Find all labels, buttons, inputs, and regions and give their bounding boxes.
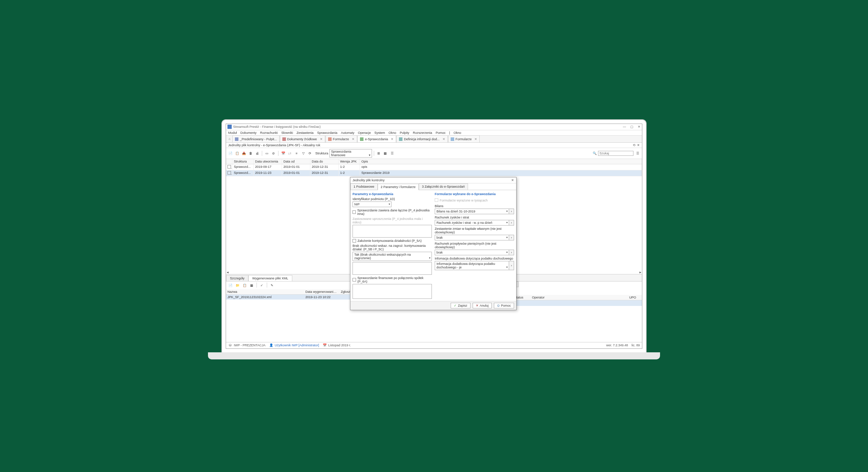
picker-button[interactable]: ›	[509, 250, 514, 255]
tab-formularze2[interactable]: Formularze✕	[448, 135, 480, 142]
dialog-tab-zalaczniki[interactable]: 3 Załączniki do e-Sprawozdań	[419, 183, 468, 190]
filter-icon[interactable]: ▽	[300, 150, 306, 156]
col-nazwa[interactable]: Nazwa	[226, 289, 304, 294]
grid-icon[interactable]: ▦	[383, 150, 388, 156]
dialog-close-icon[interactable]: ✕	[511, 178, 514, 182]
detail-tab-xml[interactable]: Wygenerowane pliki XML	[248, 275, 292, 281]
add-icon[interactable]: 📄	[227, 283, 233, 288]
checkbox-kontynuacja[interactable]	[353, 239, 356, 243]
checkbox-polaczenie[interactable]	[353, 278, 356, 282]
menu-operacje[interactable]: Operacje	[358, 131, 371, 135]
menu-modul[interactable]: Moduł	[228, 131, 237, 135]
sort-desc-icon[interactable]: ≡	[294, 150, 299, 156]
new-icon[interactable]: 📄	[227, 150, 233, 156]
menu-sprawozdania[interactable]: Sprawozdania	[317, 131, 337, 135]
dialog-tab-parametry[interactable]: 2 Parametry i formularze	[378, 184, 419, 190]
col-upo[interactable]: UPO	[628, 295, 642, 300]
combo-rzis[interactable]: Rachunek zysków i strat - w. p na dzień	[435, 220, 509, 226]
sign-icon[interactable]: ✎	[269, 283, 275, 288]
menu-zestawienia[interactable]: Zestawienia	[297, 131, 314, 135]
col-operator[interactable]: Operator	[530, 295, 628, 300]
refresh-icon[interactable]: ⟳	[307, 150, 313, 156]
folder-icon[interactable]: 📁	[235, 283, 240, 288]
combo-bilans[interactable]: Bilans na dzień 31-10-2019	[435, 209, 509, 214]
combo-info[interactable]: Informacja dodatkowa dotycząca podatku d…	[435, 261, 509, 270]
scroll-right-icon[interactable]: ▸	[639, 270, 641, 274]
menu-pomoc[interactable]: Pomoc	[436, 131, 446, 135]
picker-button[interactable]: ›	[509, 220, 514, 226]
menu-slowniki[interactable]: Słowniki	[281, 131, 293, 135]
sort-asc-icon[interactable]: ↓↑	[287, 150, 293, 156]
check-icon[interactable]: ⊘	[271, 150, 276, 156]
user-name[interactable]: Użytkownik IWP [Administrator]	[275, 343, 319, 347]
search-input[interactable]	[598, 151, 633, 156]
menu-rozrachunki[interactable]: Rozrachunki	[260, 131, 278, 135]
menu-icon[interactable]: ☰	[635, 150, 641, 156]
col-wersja[interactable]: Wersja JPK	[339, 159, 360, 164]
checkbox-tysiace[interactable]	[435, 198, 438, 202]
checkbox-dane-laczne[interactable]	[353, 210, 356, 214]
combo-brak-okolicznosci[interactable]: Tak (Brak okoliczności wskazujących na z…	[353, 252, 432, 261]
detail-tab-szczegoly[interactable]: Szczegóły	[226, 275, 248, 281]
picker-button[interactable]: ›	[509, 261, 514, 270]
col-opis[interactable]: Opis	[360, 159, 642, 164]
col-data-od[interactable]: Data od	[282, 159, 310, 164]
grid-row[interactable]: Sprawozd... 2019-09-17 2019-01-01 2019-1…	[226, 164, 642, 170]
menu-dokumenty[interactable]: Dokumenty	[241, 131, 257, 135]
tab-definicja[interactable]: Definicja informacji dod...✕	[396, 135, 448, 142]
col-data-utworzenia[interactable]: Data utworzenia	[254, 159, 282, 164]
menu-pulpity[interactable]: Pulpity	[400, 131, 409, 135]
minimize-button[interactable]: —	[623, 125, 626, 129]
home-icon[interactable]: ⌂	[227, 137, 232, 141]
tab-close-icon[interactable]: ✕	[443, 137, 445, 141]
col-checkbox[interactable]	[226, 159, 232, 164]
scroll-left-icon[interactable]: ◂	[227, 270, 229, 274]
textarea-uproszczenia[interactable]	[353, 225, 432, 238]
maximize-button[interactable]: ▢	[630, 125, 633, 129]
tab-dokumenty[interactable]: Dokumenty źródłowe✕	[280, 135, 325, 142]
delete-icon[interactable]: 🗑	[248, 150, 253, 156]
menu-system[interactable]: System	[374, 131, 385, 135]
combo-ident[interactable]: NIP	[353, 201, 391, 207]
tab-close-icon[interactable]: ✕	[320, 137, 323, 141]
tab-close-icon[interactable]: ✕	[474, 137, 477, 141]
copy-icon[interactable]: 📋	[234, 150, 240, 156]
dialog-tab-podstawowe[interactable]: 1 Podstawowe	[350, 183, 378, 190]
row-checkbox[interactable]	[227, 171, 231, 175]
tab-close-icon[interactable]: ✕	[352, 137, 355, 141]
calendar-icon[interactable]: 📅	[280, 150, 286, 156]
menu-okno2[interactable]: Okno	[453, 131, 461, 135]
combo-zestawienie[interactable]: brak	[435, 235, 509, 240]
panel-close-icon[interactable]: ✕	[637, 143, 640, 147]
structure-combo[interactable]: Sprawozdania finansowe	[329, 149, 372, 158]
picker-button[interactable]: ›	[509, 209, 514, 214]
menu-rozszerzenia[interactable]: Rozszerzenia	[413, 131, 432, 135]
col-data-wyg[interactable]: Data wygenerowania pli...	[304, 289, 339, 294]
table-icon[interactable]: ▦	[249, 283, 254, 288]
grid-row[interactable]: Sprawozd... 2019-11-23 2019-01-01 2019-1…	[226, 170, 642, 176]
copy-icon[interactable]: 📋	[242, 283, 247, 288]
check-icon[interactable]: ✓	[259, 283, 265, 288]
list-icon[interactable]: ☰	[389, 150, 395, 156]
combo-rachunek[interactable]: brak	[435, 250, 509, 255]
close-button[interactable]: ✕	[638, 125, 641, 129]
tab-close-icon[interactable]: ✕	[391, 137, 394, 141]
columns-icon[interactable]: ⊞	[376, 150, 382, 156]
col-data-do[interactable]: Data do	[310, 159, 339, 164]
export-icon[interactable]: 📤	[241, 150, 247, 156]
save-button[interactable]: ✓Zapisz	[451, 303, 470, 308]
menu-okno[interactable]: Okno	[389, 131, 396, 135]
cancel-button[interactable]: ✕Anuluj	[473, 303, 492, 308]
col-struktura[interactable]: Struktura	[232, 159, 254, 164]
textarea-okolicznosci[interactable]	[353, 262, 432, 275]
picker-button[interactable]: ›	[509, 235, 514, 240]
tab-formularze[interactable]: Formularze✕	[326, 135, 357, 142]
help-button[interactable]: ⊙Pomoc	[494, 303, 514, 308]
print-icon[interactable]: 🖨	[254, 150, 260, 156]
textarea-polaczenie[interactable]	[353, 284, 432, 299]
box-icon[interactable]: ▭	[264, 150, 270, 156]
tab-esprawozdania[interactable]: e-Sprawozdania✕	[357, 135, 396, 142]
row-checkbox[interactable]	[227, 165, 231, 169]
tab-pulpit[interactable]: _Predefiniowany - Pulpit...	[232, 135, 280, 142]
menu-automaty[interactable]: Automaty	[341, 131, 354, 135]
